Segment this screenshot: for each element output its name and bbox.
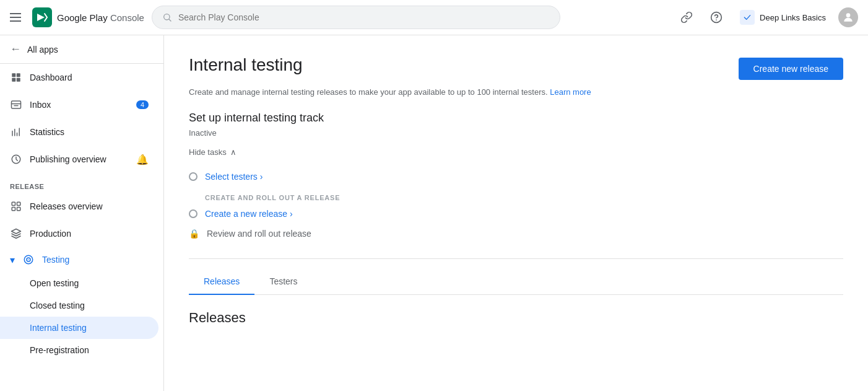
task-circle-icon (189, 172, 197, 181)
svg-rect-10 (12, 101, 21, 108)
page-title: Internal testing (189, 55, 303, 75)
divider (189, 258, 843, 259)
svg-rect-9 (17, 78, 20, 82)
inbox-icon (10, 99, 22, 111)
statistics-icon (10, 126, 22, 138)
link-button[interactable] (675, 6, 698, 29)
sidebar-item-open-testing[interactable]: Open testing (0, 272, 163, 294)
search-input[interactable] (178, 12, 550, 22)
all-apps-label: All apps (27, 45, 58, 55)
task-circle-2-icon (189, 209, 197, 218)
production-label: Production (30, 229, 71, 239)
app-chip-name: Deep Links Basics (760, 13, 826, 22)
svg-rect-4 (742, 12, 752, 22)
task-item-review-rollout: 🔒 Review and roll out release (189, 224, 843, 244)
bell-icon: 🔔 (136, 154, 149, 165)
publishing-label: Publishing overview (30, 154, 106, 164)
publishing-icon (10, 153, 22, 165)
sidebar: ← All apps Dashboard (0, 35, 164, 391)
page-header: Internal testing Create new release (189, 55, 843, 80)
task-item-select-testers: Select testers › (189, 167, 843, 187)
svg-point-5 (846, 13, 851, 17)
sidebar-item-releases-overview[interactable]: Releases overview (0, 193, 158, 220)
hide-tasks-row[interactable]: Hide tasks ∧ (189, 147, 843, 157)
hide-tasks-label: Hide tasks (189, 147, 227, 157)
chevron-up-icon: ∧ (230, 147, 237, 157)
production-icon (10, 227, 22, 240)
sidebar-item-dashboard[interactable]: Dashboard (0, 64, 158, 91)
sidebar-item-inbox[interactable]: Inbox 4 (0, 91, 158, 118)
topbar-right: Deep Links Basics (675, 6, 858, 29)
play-console-logo (32, 7, 52, 27)
all-apps-button[interactable]: ← All apps (0, 35, 163, 64)
select-testers-link[interactable]: Select testers › (205, 172, 263, 182)
topbar: Google Play Console (0, 0, 868, 35)
search-bar[interactable] (152, 6, 560, 29)
app-chip-icon (740, 10, 755, 25)
dashboard-label: Dashboard (30, 72, 72, 82)
sidebar-item-publishing[interactable]: Publishing overview 🔔 (0, 146, 158, 173)
inbox-label: Inbox (30, 100, 51, 110)
sidebar-item-pre-registration[interactable]: Pre-registration (0, 339, 163, 361)
setup-section-title: Set up internal testing track (189, 112, 843, 125)
statistics-label: Statistics (30, 127, 64, 137)
tab-testers[interactable]: Testers (254, 269, 312, 295)
chevron-down-icon: ▾ (10, 254, 15, 266)
svg-rect-13 (17, 202, 20, 205)
releases-overview-label: Releases overview (30, 201, 103, 211)
svg-rect-12 (12, 202, 15, 205)
sidebar-item-statistics[interactable]: Statistics (0, 118, 158, 146)
releases-section-title: Releases (189, 310, 843, 326)
sidebar-item-production[interactable]: Production (0, 220, 158, 247)
learn-more-link[interactable]: Learn more (550, 87, 591, 97)
release-section-label: Release (0, 173, 163, 193)
tabs: Releases Testers (189, 269, 843, 295)
sidebar-item-closed-testing[interactable]: Closed testing (0, 294, 163, 317)
menu-button[interactable] (10, 10, 25, 25)
status-label: Inactive (189, 128, 843, 138)
logo-area: Google Play Console (32, 7, 144, 27)
create-new-release-link[interactable]: Create a new release › (205, 209, 293, 219)
task-list: Select testers › CREATE AND ROLL OUT A R… (189, 167, 843, 244)
logo-text: Google Play Console (57, 12, 144, 23)
inbox-badge: 4 (136, 100, 149, 109)
svg-rect-6 (12, 73, 15, 77)
svg-rect-15 (17, 208, 20, 211)
sidebar-item-testing[interactable]: ▾ Testing (0, 247, 163, 272)
app-chip[interactable]: Deep Links Basics (735, 7, 831, 27)
help-button[interactable] (705, 6, 727, 29)
back-arrow-icon: ← (10, 43, 21, 56)
releases-overview-icon (10, 200, 22, 213)
testing-icon (22, 253, 35, 266)
main-layout: ← All apps Dashboard (0, 35, 868, 391)
svg-point-18 (28, 259, 29, 260)
search-icon (162, 12, 172, 22)
avatar[interactable] (838, 7, 858, 27)
testing-label: Testing (42, 255, 69, 265)
svg-rect-14 (12, 208, 15, 211)
svg-rect-8 (12, 78, 15, 82)
lock-icon: 🔒 (189, 229, 199, 239)
tab-releases[interactable]: Releases (189, 269, 254, 295)
task-item-create-release: Create a new release › (189, 204, 843, 224)
svg-rect-7 (17, 73, 20, 77)
dashboard-icon (10, 71, 22, 84)
content-area: Internal testing Create new release Crea… (164, 35, 868, 391)
sidebar-item-internal-testing[interactable]: Internal testing (0, 317, 158, 339)
review-rollout-label: Review and roll out release (207, 229, 311, 239)
svg-point-3 (716, 19, 717, 20)
help-icon (710, 11, 723, 24)
app-icon (742, 12, 752, 22)
create-new-release-button[interactable]: Create new release (739, 58, 843, 80)
avatar-icon (842, 11, 854, 24)
page-description: Create and manage internal testing relea… (189, 87, 843, 97)
create-rollout-label: CREATE AND ROLL OUT A RELEASE (189, 187, 843, 204)
link-icon (680, 11, 693, 24)
